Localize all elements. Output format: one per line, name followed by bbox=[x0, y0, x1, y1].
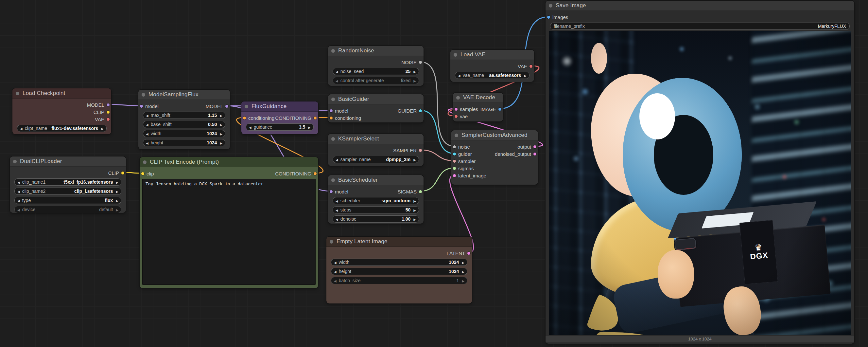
widget-sampler-name[interactable]: sampler_namedpmpp_2m bbox=[333, 156, 419, 163]
widget-height[interactable]: height1024 bbox=[143, 139, 225, 146]
widget-steps[interactable]: steps50 bbox=[333, 206, 419, 213]
output-port-denoised_output[interactable] bbox=[533, 152, 536, 155]
input-port-model[interactable] bbox=[140, 105, 143, 108]
widget-height[interactable]: height1024 bbox=[331, 268, 467, 275]
node-canvas[interactable]: Load CheckpointMODELCLIPVAEckpt_nameflux… bbox=[0, 0, 868, 347]
decrement-arrow-icon[interactable] bbox=[336, 207, 338, 213]
node-flux-guidance[interactable]: FluxGuidanceconditioningCONDITIONINGguid… bbox=[241, 102, 318, 134]
decrement-arrow-icon[interactable] bbox=[336, 78, 338, 84]
node-header-clip-text-encode[interactable]: CLIP Text Encode (Prompt) bbox=[140, 157, 318, 167]
decrement-arrow-icon[interactable] bbox=[146, 121, 149, 127]
decrement-arrow-icon[interactable] bbox=[336, 156, 338, 162]
collapse-dot-icon[interactable] bbox=[331, 137, 335, 141]
collapse-dot-icon[interactable] bbox=[549, 4, 552, 7]
increment-arrow-icon[interactable] bbox=[220, 140, 222, 146]
widget-max-shift[interactable]: max_shift1.15 bbox=[143, 112, 225, 119]
output-port-LATENT[interactable] bbox=[467, 252, 470, 255]
output-port-output[interactable] bbox=[533, 145, 536, 148]
output-port-CONDITIONING[interactable] bbox=[314, 117, 317, 119]
node-header-basic-scheduler[interactable]: BasicScheduler bbox=[328, 175, 424, 185]
node-header-vae-decode[interactable]: VAE Decode bbox=[453, 93, 503, 103]
output-port-NOISE[interactable] bbox=[419, 61, 422, 64]
decrement-arrow-icon[interactable] bbox=[20, 125, 23, 131]
output-port-CLIP[interactable] bbox=[106, 111, 110, 114]
output-port-SIGMAS[interactable] bbox=[419, 190, 422, 193]
collapse-dot-icon[interactable] bbox=[331, 178, 335, 182]
output-port-VAE[interactable] bbox=[106, 118, 110, 121]
output-port-MODEL[interactable] bbox=[106, 104, 110, 106]
decrement-arrow-icon[interactable] bbox=[17, 188, 20, 194]
widget-guidance[interactable]: guidance3.5 bbox=[246, 123, 314, 131]
node-ksampler-select[interactable]: KSamplerSelectSAMPLERsampler_namedpmpp_2… bbox=[328, 134, 424, 166]
input-port-conditioning[interactable] bbox=[330, 117, 333, 119]
decrement-arrow-icon[interactable] bbox=[336, 198, 338, 204]
node-header-save-image[interactable]: Save Image bbox=[546, 1, 854, 11]
widget-clip-name2[interactable]: clip_name2clip_l.safetensors bbox=[14, 187, 121, 195]
increment-arrow-icon[interactable] bbox=[413, 198, 416, 204]
prompt-textarea[interactable]: Toy Jensen holding a DGX Spark in a data… bbox=[142, 179, 316, 285]
collapse-dot-icon[interactable] bbox=[143, 161, 147, 164]
increment-arrow-icon[interactable] bbox=[413, 156, 416, 162]
decrement-arrow-icon[interactable] bbox=[334, 259, 337, 265]
collapse-dot-icon[interactable] bbox=[454, 53, 457, 57]
increment-arrow-icon[interactable] bbox=[220, 131, 222, 137]
decrement-arrow-icon[interactable] bbox=[334, 278, 337, 284]
widget-noise-seed[interactable]: noise_seed25 bbox=[333, 68, 419, 75]
node-empty-latent-image[interactable]: Empty Latent ImageLATENTwidth1024height1… bbox=[327, 237, 472, 303]
node-random-noise[interactable]: RandomNoiseNOISEnoise_seed25control afte… bbox=[328, 46, 424, 86]
node-dual-clip-loader[interactable]: DualCLIPLoaderCLIPclip_name1t5xxl_fp16.s… bbox=[10, 156, 126, 213]
node-header-flux-guidance[interactable]: FluxGuidance bbox=[241, 102, 318, 112]
increment-arrow-icon[interactable] bbox=[413, 216, 416, 222]
collapse-dot-icon[interactable] bbox=[331, 49, 335, 53]
collapse-dot-icon[interactable] bbox=[330, 240, 333, 243]
node-header-load-vae[interactable]: Load VAE bbox=[451, 50, 534, 60]
decrement-arrow-icon[interactable] bbox=[146, 140, 149, 146]
output-port-CONDITIONING[interactable] bbox=[314, 172, 317, 175]
increment-arrow-icon[interactable] bbox=[116, 179, 118, 185]
output-port-GUIDER[interactable] bbox=[419, 109, 422, 112]
input-port-sampler[interactable] bbox=[453, 160, 456, 163]
decrement-arrow-icon[interactable] bbox=[336, 68, 338, 74]
node-header-dual-clip-loader[interactable]: DualCLIPLoader bbox=[10, 156, 126, 167]
increment-arrow-icon[interactable] bbox=[116, 207, 118, 212]
increment-arrow-icon[interactable] bbox=[413, 68, 416, 74]
node-clip-text-encode[interactable]: CLIP Text Encode (Prompt)clipCONDITIONIN… bbox=[140, 157, 318, 288]
input-port-images[interactable] bbox=[547, 16, 550, 19]
node-basic-scheduler[interactable]: BasicSchedulermodelSIGMASschedulersgm_un… bbox=[328, 175, 424, 224]
node-header-sampler-custom-advanced[interactable]: SamplerCustomAdvanced bbox=[451, 130, 538, 140]
input-port-latent_image[interactable] bbox=[453, 174, 456, 177]
increment-arrow-icon[interactable] bbox=[220, 121, 222, 127]
increment-arrow-icon[interactable] bbox=[101, 125, 104, 131]
collapse-dot-icon[interactable] bbox=[16, 92, 19, 95]
node-sampler-custom-advanced[interactable]: SamplerCustomAdvancednoiseoutputguiderde… bbox=[451, 130, 538, 185]
widget-control-after-generate[interactable]: control after generatefixed bbox=[333, 77, 419, 84]
input-port-clip[interactable] bbox=[141, 172, 144, 175]
widget-vae-name[interactable]: vae_nameae.safetensors bbox=[455, 72, 529, 79]
widget-type[interactable]: typeflux bbox=[14, 197, 121, 204]
collapse-dot-icon[interactable] bbox=[142, 93, 145, 96]
widget-batch-size[interactable]: batch_size1 bbox=[331, 277, 467, 284]
collapse-dot-icon[interactable] bbox=[13, 160, 17, 163]
widget-width[interactable]: width1024 bbox=[143, 130, 225, 137]
node-load-vae[interactable]: Load VAEVAEvae_nameae.safetensors bbox=[451, 50, 534, 82]
collapse-dot-icon[interactable] bbox=[245, 105, 248, 108]
node-header-empty-latent-image[interactable]: Empty Latent Image bbox=[327, 237, 472, 247]
widget-scheduler[interactable]: schedulersgm_uniform bbox=[333, 197, 419, 204]
node-load-checkpoint[interactable]: Load CheckpointMODELCLIPVAEckpt_nameflux… bbox=[12, 88, 111, 134]
decrement-arrow-icon[interactable] bbox=[17, 207, 20, 212]
widget-base-shift[interactable]: base_shift0.50 bbox=[143, 121, 225, 128]
increment-arrow-icon[interactable] bbox=[116, 188, 118, 194]
increment-arrow-icon[interactable] bbox=[413, 78, 416, 84]
node-header-model-sampling-flux[interactable]: ModelSamplingFlux bbox=[138, 90, 230, 100]
decrement-arrow-icon[interactable] bbox=[17, 179, 20, 185]
decrement-arrow-icon[interactable] bbox=[334, 268, 337, 274]
decrement-arrow-icon[interactable] bbox=[249, 124, 251, 130]
input-port-samples[interactable] bbox=[455, 108, 458, 111]
output-port-VAE[interactable] bbox=[529, 65, 532, 68]
collapse-dot-icon[interactable] bbox=[331, 97, 335, 101]
increment-arrow-icon[interactable] bbox=[220, 112, 222, 118]
increment-arrow-icon[interactable] bbox=[462, 278, 464, 284]
node-header-ksampler-select[interactable]: KSamplerSelect bbox=[328, 134, 424, 144]
widget-denoise[interactable]: denoise1.00 bbox=[333, 215, 419, 223]
widget-clip-name1[interactable]: clip_name1t5xxl_fp16.safetensors bbox=[14, 178, 121, 185]
